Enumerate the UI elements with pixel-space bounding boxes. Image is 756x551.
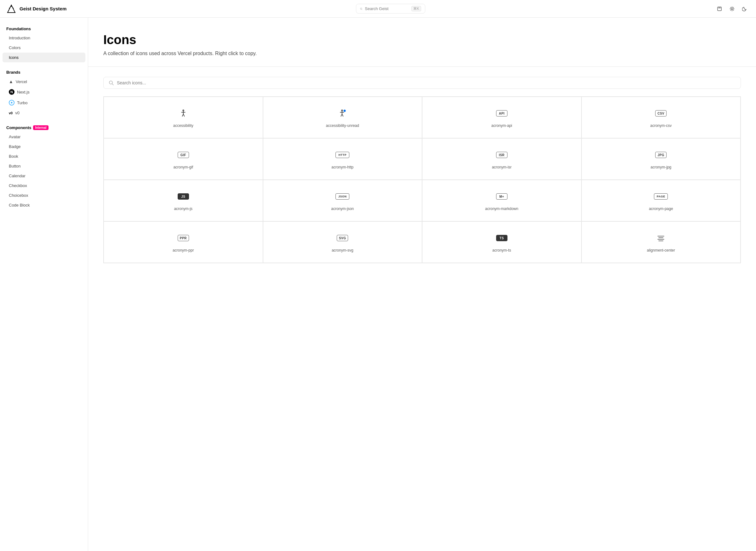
icon-cell-acronym-svg[interactable]: SVG acronym-svg: [263, 221, 422, 263]
sidebar-item-vercel[interactable]: ▲ Vercel: [3, 76, 85, 87]
main-content: Icons A collection of icons used across …: [88, 18, 756, 551]
svg-point-1: [9, 8, 10, 8]
sidebar-item-choicebox[interactable]: Choicebox: [3, 190, 85, 200]
sidebar-item-icons[interactable]: Icons: [3, 53, 85, 62]
icon-grid: accessibility accessibility-unread: [103, 96, 741, 263]
acronym-csv-icon: CSV: [655, 107, 667, 120]
svg-point-2: [11, 6, 12, 7]
sidebar-item-label: Next.js: [17, 90, 30, 94]
sidebar-item-book[interactable]: Book: [3, 151, 85, 161]
svg-line-31: [342, 114, 343, 116]
v0-logo-icon: v0: [9, 111, 13, 115]
sidebar-item-label: Introduction: [9, 36, 30, 40]
acronym-ts-icon: TS: [495, 232, 508, 244]
svg-line-26: [183, 114, 184, 116]
sidebar-item-button[interactable]: Button: [3, 161, 85, 171]
icon-search-input[interactable]: [117, 80, 736, 85]
topbar-right: [714, 4, 750, 14]
nextjs-logo-icon: N: [9, 89, 14, 95]
icon-label: acronym-js: [174, 206, 193, 211]
icon-label: acronym-csv: [650, 123, 672, 128]
icon-cell-acronym-jpg[interactable]: JPG acronym-jpg: [582, 138, 741, 180]
icon-label: alignment-center: [647, 248, 675, 252]
icon-cell-acronym-gif[interactable]: GIF acronym-gif: [104, 138, 263, 180]
sun-icon: [730, 6, 735, 11]
topbar-search-input[interactable]: [365, 6, 409, 11]
svg-line-25: [182, 114, 183, 116]
acronym-http-icon: HTTP: [336, 149, 349, 161]
icon-label: accessibility: [173, 123, 194, 128]
icon-cell-acronym-json[interactable]: JSON acronym-json: [263, 180, 422, 221]
icon-cell-acronym-js[interactable]: JS acronym-js: [104, 180, 263, 221]
accessibility-icon: [177, 107, 190, 120]
internal-badge: Internal: [33, 125, 48, 130]
alignment-center-icon: [655, 232, 667, 244]
sidebar-item-code-block[interactable]: Code Block: [3, 200, 85, 210]
icon-search-bar[interactable]: [103, 77, 741, 89]
icon-cell-acronym-csv[interactable]: CSV acronym-csv: [582, 97, 741, 138]
page-header: Icons A collection of icons used across …: [88, 18, 756, 67]
acronym-js-icon: JS: [177, 190, 190, 203]
svg-line-16: [731, 10, 731, 10]
light-mode-button[interactable]: [727, 4, 737, 14]
bookmark-icon: [717, 6, 722, 11]
svg-line-5: [362, 9, 362, 10]
icon-label: acronym-ts: [492, 248, 511, 252]
page-description: A collection of icons used across Vercel…: [103, 51, 741, 56]
acronym-json-icon: JSON: [336, 190, 349, 203]
sidebar-item-label: Icons: [9, 55, 19, 60]
sidebar-item-checkbox[interactable]: Checkbox: [3, 181, 85, 190]
sidebar-item-label: Turbo: [17, 100, 27, 105]
icon-cell-alignment-center[interactable]: alignment-center: [582, 221, 741, 263]
sidebar-item-avatar[interactable]: Avatar: [3, 132, 85, 142]
sidebar-item-colors[interactable]: Colors: [3, 43, 85, 53]
sidebar-item-nextjs[interactable]: N Next.js: [3, 87, 85, 97]
svg-point-8: [731, 8, 733, 10]
icon-cell-acronym-isr[interactable]: ISR acronym-isr: [422, 138, 582, 180]
svg-rect-7: [718, 8, 721, 8]
icon-cell-acronym-page[interactable]: PAGE acronym-page: [582, 180, 741, 221]
dark-mode-button[interactable]: [740, 4, 750, 14]
turbo-logo-icon: [9, 100, 14, 105]
svg-line-30: [341, 114, 342, 116]
search-kbd: ⌘K: [411, 6, 421, 11]
acronym-markdown-icon: M+: [495, 190, 508, 203]
icon-label: acronym-http: [331, 165, 353, 169]
sidebar-item-introduction[interactable]: Introduction: [3, 33, 85, 43]
icon-label: acronym-page: [649, 206, 673, 211]
svg-point-22: [183, 110, 184, 111]
sidebar-item-turbo[interactable]: Turbo: [3, 97, 85, 108]
icon-cell-acronym-ts[interactable]: TS acronym-ts: [422, 221, 582, 263]
acronym-ppr-icon: PPR: [177, 232, 190, 244]
sidebar-section-components: Components: [6, 125, 31, 130]
vercel-logo-icon: ▲: [9, 79, 13, 84]
acronym-gif-icon: GIF: [177, 149, 190, 161]
icon-cell-accessibility[interactable]: accessibility: [104, 97, 263, 138]
icon-cell-acronym-http[interactable]: HTTP acronym-http: [263, 138, 422, 180]
layout: Foundations Introduction Colors Icons Br…: [0, 18, 756, 551]
acronym-jpg-icon: JPG: [655, 149, 667, 161]
sidebar-item-label: Colors: [9, 45, 21, 50]
sidebar-item-label: Vercel: [16, 79, 27, 84]
topbar: Geist Design System ⌘K: [0, 0, 756, 18]
svg-point-27: [341, 110, 343, 111]
icon-label: acronym-api: [491, 123, 512, 128]
sidebar-item-badge[interactable]: Badge: [3, 142, 85, 151]
acronym-svg-icon: SVG: [336, 232, 349, 244]
acronym-isr-icon: ISR: [495, 149, 508, 161]
app-logo-icon: [6, 4, 16, 14]
icon-cell-acronym-ppr[interactable]: PPR acronym-ppr: [104, 221, 263, 263]
icon-cell-acronym-markdown[interactable]: M+ acronym-markdown: [422, 180, 582, 221]
icon-label: accessibility-unread: [326, 123, 359, 128]
topbar-search[interactable]: ⌘K: [356, 4, 425, 14]
sidebar-item-v0[interactable]: v0 v0: [3, 108, 85, 118]
page-title: Icons: [103, 33, 741, 47]
bookmark-button[interactable]: [714, 4, 725, 14]
svg-line-15: [733, 7, 734, 8]
icon-cell-acronym-api[interactable]: API acronym-api: [422, 97, 582, 138]
sidebar-divider-1: [0, 62, 88, 67]
search-icon: [109, 80, 114, 85]
sidebar-item-calendar[interactable]: Calendar: [3, 171, 85, 181]
icon-cell-accessibility-unread[interactable]: accessibility-unread: [263, 97, 422, 138]
accessibility-unread-icon: [336, 107, 349, 120]
